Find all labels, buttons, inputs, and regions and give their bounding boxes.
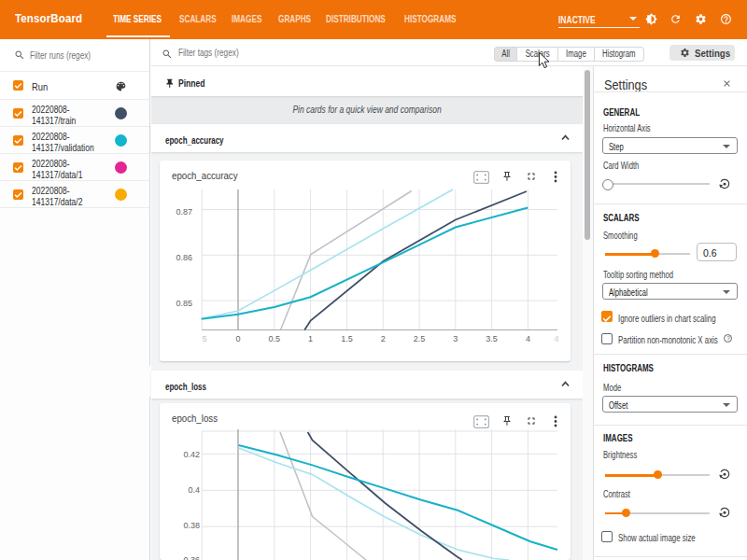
svg-text:1: 1 (308, 334, 313, 343)
svg-text:0.86: 0.86 (176, 253, 192, 262)
svg-text:1.5: 1.5 (341, 334, 353, 343)
svg-text:2.5: 2.5 (414, 334, 426, 343)
svg-text:4: 4 (526, 334, 530, 343)
svg-text:3: 3 (453, 334, 458, 343)
svg-text:3.5: 3.5 (486, 334, 498, 343)
svg-text:0.5: 0.5 (269, 334, 281, 343)
svg-text:0.85: 0.85 (176, 299, 192, 308)
svg-text:5: 5 (202, 334, 206, 343)
svg-text:4: 4 (554, 334, 558, 343)
svg-text:0.36: 0.36 (183, 555, 200, 560)
svg-text:0.38: 0.38 (183, 521, 200, 530)
svg-text:0.42: 0.42 (183, 450, 200, 459)
svg-text:2: 2 (381, 334, 386, 343)
svg-text:0: 0 (235, 334, 240, 343)
svg-text:0.87: 0.87 (176, 207, 192, 217)
svg-text:0.4: 0.4 (188, 485, 200, 495)
